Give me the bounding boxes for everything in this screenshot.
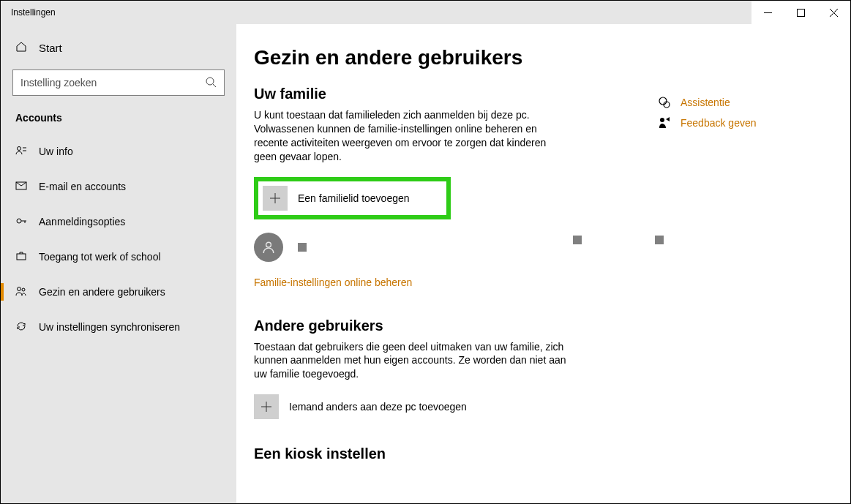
placeholder-text bbox=[298, 243, 307, 252]
window-title: Instellingen bbox=[1, 7, 56, 18]
key-icon bbox=[15, 215, 27, 229]
manage-family-link[interactable]: Familie-instellingen online beheren bbox=[254, 277, 412, 288]
window-controls bbox=[751, 1, 850, 24]
avatar-icon bbox=[254, 233, 283, 262]
sidebar-item-your-info[interactable]: Uw info bbox=[1, 134, 236, 169]
feedback-icon bbox=[657, 116, 672, 129]
svg-point-4 bbox=[206, 78, 214, 85]
placeholder-block bbox=[655, 236, 664, 244]
people-icon bbox=[15, 285, 27, 299]
help-icon bbox=[657, 96, 672, 109]
sidebar: Start Instelling zoeken Accounts Uw info… bbox=[1, 24, 236, 503]
minimize-button[interactable] bbox=[751, 1, 784, 24]
svg-point-15 bbox=[22, 288, 25, 291]
page-title: Gezin en andere gebruikers bbox=[254, 46, 664, 69]
sidebar-item-label: Gezin en andere gebruikers bbox=[39, 286, 165, 298]
family-heading: Uw familie bbox=[254, 86, 664, 102]
family-description: U kunt toestaan dat familieleden zich aa… bbox=[254, 108, 569, 164]
briefcase-icon bbox=[15, 250, 27, 264]
sidebar-item-label: Aanmeldingsopties bbox=[39, 216, 125, 227]
help-label: Assistentie bbox=[681, 97, 730, 108]
plus-icon bbox=[263, 186, 288, 211]
feedback-label: Feedback geven bbox=[681, 117, 757, 129]
add-other-label: Iemand anders aan deze pc toevoegen bbox=[289, 401, 467, 413]
home-button[interactable]: Start bbox=[1, 30, 236, 65]
kiosk-heading: Een kiosk instellen bbox=[254, 445, 664, 462]
svg-point-21 bbox=[659, 97, 667, 105]
sidebar-item-work-school[interactable]: Toegang tot werk of school bbox=[1, 239, 236, 274]
svg-rect-1 bbox=[798, 9, 805, 16]
get-help-link[interactable]: Assistentie bbox=[657, 96, 833, 109]
maximize-button[interactable] bbox=[784, 1, 817, 24]
section-header: Accounts bbox=[1, 96, 236, 128]
mail-icon bbox=[15, 180, 27, 194]
search-input[interactable]: Instelling zoeken bbox=[12, 69, 225, 96]
titlebar: Instellingen bbox=[1, 1, 850, 24]
sidebar-item-label: Uw info bbox=[39, 146, 73, 157]
svg-point-14 bbox=[18, 287, 21, 290]
person-card-icon bbox=[15, 145, 27, 159]
plus-icon bbox=[254, 394, 279, 419]
sidebar-item-label: Toegang tot werk of school bbox=[39, 251, 161, 263]
main-content: Gezin en andere gebruikers Uw familie U … bbox=[236, 24, 850, 503]
sidebar-item-label: E-mail en accounts bbox=[39, 181, 126, 192]
feedback-link[interactable]: Feedback geven bbox=[657, 116, 833, 129]
family-member-row[interactable] bbox=[254, 233, 664, 262]
sidebar-item-sync[interactable]: Uw instellingen synchroniseren bbox=[1, 309, 236, 345]
svg-point-10 bbox=[17, 219, 21, 223]
search-placeholder: Instelling zoeken bbox=[20, 77, 97, 89]
add-family-member-button[interactable]: Een familielid toevoegen bbox=[254, 177, 451, 219]
add-other-user-button[interactable]: Iemand anders aan deze pc toevoegen bbox=[254, 394, 664, 419]
placeholder-block bbox=[573, 236, 582, 244]
sidebar-item-family[interactable]: Gezin en andere gebruikers bbox=[1, 274, 236, 309]
home-label: Start bbox=[39, 42, 62, 54]
svg-line-5 bbox=[213, 84, 216, 87]
search-icon bbox=[205, 76, 217, 90]
svg-point-23 bbox=[660, 118, 664, 122]
svg-rect-13 bbox=[17, 254, 26, 260]
svg-point-6 bbox=[18, 146, 21, 150]
others-heading: Andere gebruikers bbox=[254, 317, 664, 334]
svg-point-18 bbox=[266, 242, 271, 247]
sidebar-item-label: Uw instellingen synchroniseren bbox=[39, 321, 180, 333]
sidebar-item-signin-options[interactable]: Aanmeldingsopties bbox=[1, 204, 236, 239]
help-aside: Assistentie Feedback geven bbox=[657, 96, 833, 137]
others-description: Toestaan dat gebruikers die geen deel ui… bbox=[254, 340, 569, 382]
close-button[interactable] bbox=[817, 1, 850, 24]
add-family-label: Een familielid toevoegen bbox=[298, 192, 410, 204]
sidebar-item-email[interactable]: E-mail en accounts bbox=[1, 169, 236, 204]
home-icon bbox=[15, 41, 27, 55]
sync-icon bbox=[15, 320, 27, 334]
